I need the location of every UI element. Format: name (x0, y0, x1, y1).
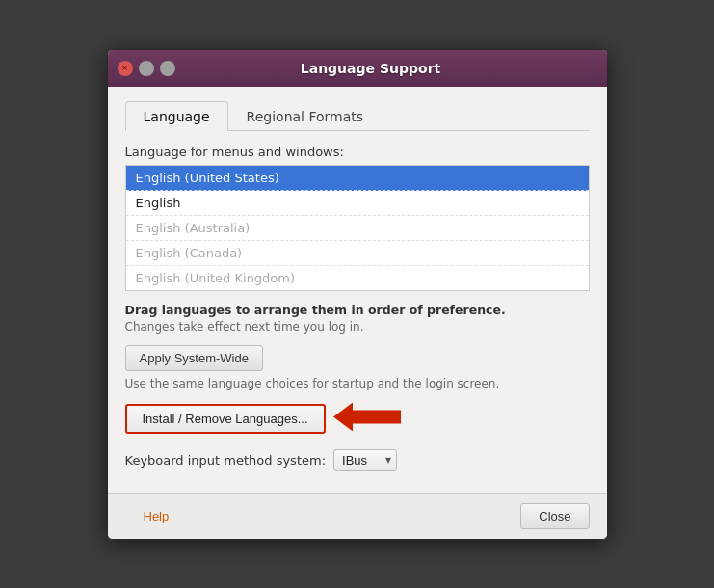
language-support-window: × Language Support Language Regional For… (107, 49, 608, 540)
install-remove-wrapper: Install / Remove Languages... (125, 404, 326, 434)
titlebar: × Language Support (108, 50, 607, 87)
close-button[interactable]: Close (520, 503, 589, 529)
window-controls: × (118, 61, 175, 76)
apply-system-wide-hint: Use the same language choices for startu… (125, 377, 590, 390)
list-item[interactable]: English (Canada) (126, 241, 589, 266)
close-window-button[interactable]: × (118, 61, 133, 76)
maximize-window-button[interactable] (160, 61, 175, 76)
drag-subhint: Changes take effect next time you log in… (125, 320, 590, 334)
footer: Help Close (108, 493, 607, 539)
main-content: Language Regional Formats Language for m… (108, 87, 607, 493)
window-title: Language Support (183, 61, 559, 76)
drag-hint-bold: Drag languages to arrange them in order … (125, 303, 506, 317)
help-button[interactable]: Help (125, 503, 188, 529)
apply-system-wide-button[interactable]: Apply System-Wide (125, 345, 263, 371)
svg-marker-0 (333, 403, 401, 432)
keyboard-input-select[interactable]: IBus None fcitx (333, 449, 397, 471)
red-arrow-icon (333, 403, 401, 432)
tab-language[interactable]: Language (125, 101, 228, 131)
minimize-window-button[interactable] (139, 61, 154, 76)
arrow-pointer (333, 403, 401, 435)
list-item[interactable]: English (126, 191, 589, 216)
tab-regional-formats[interactable]: Regional Formats (228, 101, 382, 131)
list-item[interactable]: English (United Kingdom) (126, 266, 589, 290)
keyboard-input-label: Keyboard input method system: (125, 453, 327, 468)
drag-hint: Drag languages to arrange them in order … (125, 303, 590, 317)
language-list-heading: Language for menus and windows: (125, 145, 590, 159)
install-remove-languages-button[interactable]: Install / Remove Languages... (125, 404, 326, 434)
language-list: English (United States) English English … (125, 165, 590, 291)
tab-bar: Language Regional Formats (125, 100, 590, 131)
keyboard-input-row: Keyboard input method system: IBus None … (125, 449, 590, 471)
list-item[interactable]: English (Australia) (126, 216, 589, 241)
list-item[interactable]: English (United States) (126, 166, 589, 191)
keyboard-input-select-wrapper: IBus None fcitx (333, 449, 397, 471)
